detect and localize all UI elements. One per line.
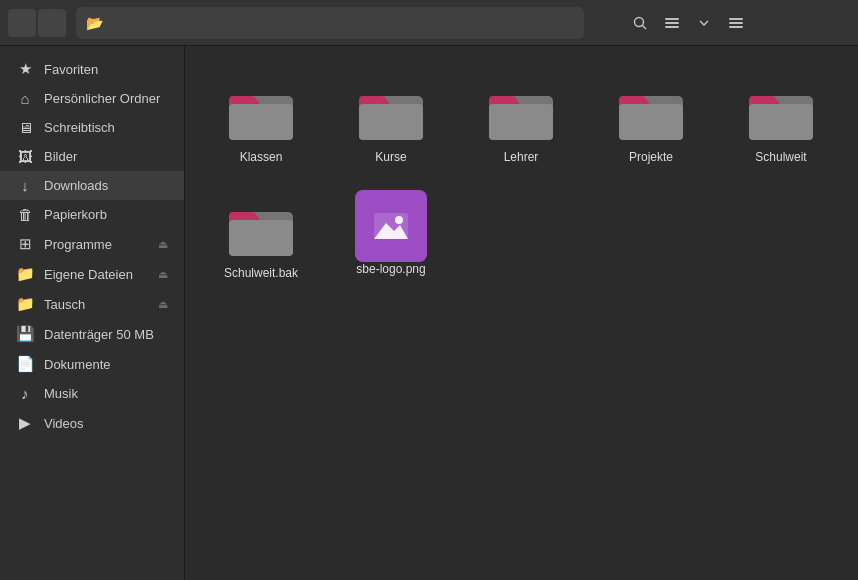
sidebar-eigene-dateien-label: Eigene Dateien bbox=[44, 267, 148, 282]
sidebar-downloads-label: Downloads bbox=[44, 178, 168, 193]
file-item-projekte[interactable]: Projekte bbox=[591, 66, 711, 172]
file-item-lehrer[interactable]: Lehrer bbox=[461, 66, 581, 172]
forward-button[interactable] bbox=[38, 9, 66, 37]
svg-line-1 bbox=[643, 25, 647, 29]
folder-icon: 📂 bbox=[86, 15, 103, 31]
sidebar-tausch-label: Tausch bbox=[44, 297, 148, 312]
view-list-icon bbox=[664, 15, 680, 31]
sidebar-item-tausch[interactable]: 📁Tausch⏏ bbox=[0, 289, 184, 319]
svg-rect-5 bbox=[729, 18, 743, 20]
search-button[interactable] bbox=[626, 9, 654, 37]
window-controls bbox=[762, 9, 850, 37]
chevron-down-icon bbox=[698, 17, 710, 29]
sidebar-programme-label: Programme bbox=[44, 237, 148, 252]
sidebar-item-eigene-dateien[interactable]: 📁Eigene Dateien⏏ bbox=[0, 259, 184, 289]
sidebar-item-dokumente[interactable]: 📄Dokumente bbox=[0, 349, 184, 379]
main-area: ★Favoriten⌂Persönlicher Ordner🖥Schreibti… bbox=[0, 46, 858, 580]
file-name-schulweit-bak: Schulweit.bak bbox=[224, 266, 298, 280]
file-icon-lehrer bbox=[485, 74, 557, 150]
sidebar-schreibtisch-label: Schreibtisch bbox=[44, 120, 168, 135]
close-button[interactable] bbox=[822, 9, 850, 37]
sidebar-programme-icon: ⊞ bbox=[16, 235, 34, 253]
sidebar-papierkorb-label: Papierkorb bbox=[44, 207, 168, 222]
sidebar-eigene-dateien-icon: 📁 bbox=[16, 265, 34, 283]
sidebar-item-bilder[interactable]: 🖼Bilder bbox=[0, 142, 184, 171]
svg-rect-3 bbox=[665, 22, 679, 24]
file-item-kurse[interactable]: Kurse bbox=[331, 66, 451, 172]
svg-rect-4 bbox=[665, 26, 679, 28]
sidebar-item-programme[interactable]: ⊞Programme⏏ bbox=[0, 229, 184, 259]
file-browser-content: Klassen Kurse Lehrer Projekte Schulweit … bbox=[185, 46, 858, 580]
breadcrumb[interactable]: 📂 bbox=[76, 7, 584, 39]
file-icon-sbe-logo bbox=[355, 190, 427, 262]
options-icon bbox=[728, 15, 744, 31]
sidebar-item-favoriten[interactable]: ★Favoriten bbox=[0, 54, 184, 84]
svg-rect-15 bbox=[619, 104, 683, 140]
maximize-button[interactable] bbox=[792, 9, 820, 37]
sidebar-dokumente-icon: 📄 bbox=[16, 355, 34, 373]
minimize-button[interactable] bbox=[762, 9, 790, 37]
sidebar-item-datentraeger[interactable]: 💾Datenträger 50 MB bbox=[0, 319, 184, 349]
menu-button[interactable] bbox=[594, 9, 622, 37]
sidebar-tausch-icon: 📁 bbox=[16, 295, 34, 313]
toolbar-actions bbox=[594, 9, 750, 37]
svg-rect-17 bbox=[749, 104, 813, 140]
file-grid: Klassen Kurse Lehrer Projekte Schulweit … bbox=[201, 66, 842, 288]
file-item-sbe-logo[interactable]: sbe-logo.png bbox=[331, 182, 451, 288]
sidebar-tausch-eject-icon[interactable]: ⏏ bbox=[158, 298, 168, 311]
svg-rect-2 bbox=[665, 18, 679, 20]
sidebar-item-musik[interactable]: ♪Musik bbox=[0, 379, 184, 408]
sidebar-item-persoenlicher-ordner[interactable]: ⌂Persönlicher Ordner bbox=[0, 84, 184, 113]
view-list-button[interactable] bbox=[658, 9, 686, 37]
sidebar-eigene-dateien-eject-icon[interactable]: ⏏ bbox=[158, 268, 168, 281]
file-icon-schulweit bbox=[745, 74, 817, 150]
sidebar-videos-icon: ▶ bbox=[16, 414, 34, 432]
file-icon-kurse bbox=[355, 74, 427, 150]
svg-point-22 bbox=[395, 216, 403, 224]
file-name-kurse: Kurse bbox=[375, 150, 406, 164]
file-name-klassen: Klassen bbox=[240, 150, 283, 164]
file-item-klassen[interactable]: Klassen bbox=[201, 66, 321, 172]
sidebar-papierkorb-icon: 🗑 bbox=[16, 206, 34, 223]
sidebar-schreibtisch-icon: 🖥 bbox=[16, 119, 34, 136]
file-name-lehrer: Lehrer bbox=[504, 150, 539, 164]
svg-point-0 bbox=[635, 17, 644, 26]
sidebar-item-videos[interactable]: ▶Videos bbox=[0, 408, 184, 438]
file-name-sbe-logo: sbe-logo.png bbox=[356, 262, 425, 276]
sidebar-item-papierkorb[interactable]: 🗑Papierkorb bbox=[0, 200, 184, 229]
sidebar-datentraeger-label: Datenträger 50 MB bbox=[44, 327, 168, 342]
sidebar-bilder-label: Bilder bbox=[44, 149, 168, 164]
svg-rect-6 bbox=[729, 22, 743, 24]
sidebar-programme-eject-icon[interactable]: ⏏ bbox=[158, 238, 168, 251]
file-icon-projekte bbox=[615, 74, 687, 150]
svg-rect-9 bbox=[229, 104, 293, 140]
svg-rect-13 bbox=[489, 104, 553, 140]
sidebar-favoriten-icon: ★ bbox=[16, 60, 34, 78]
sidebar-musik-label: Musik bbox=[44, 386, 168, 401]
sidebar-item-schreibtisch[interactable]: 🖥Schreibtisch bbox=[0, 113, 184, 142]
sidebar-videos-label: Videos bbox=[44, 416, 168, 431]
file-icon-klassen bbox=[225, 74, 297, 150]
back-button[interactable] bbox=[8, 9, 36, 37]
sidebar-musik-icon: ♪ bbox=[16, 385, 34, 402]
titlebar: 📂 bbox=[0, 0, 858, 46]
search-icon bbox=[632, 15, 648, 31]
view-options-button[interactable] bbox=[722, 9, 750, 37]
file-item-schulweit[interactable]: Schulweit bbox=[721, 66, 841, 172]
sidebar-dokumente-label: Dokumente bbox=[44, 357, 168, 372]
sidebar-item-downloads[interactable]: ↓Downloads bbox=[0, 171, 184, 200]
file-name-schulweit: Schulweit bbox=[755, 150, 806, 164]
file-item-schulweit-bak[interactable]: Schulweit.bak bbox=[201, 182, 321, 288]
file-name-projekte: Projekte bbox=[629, 150, 673, 164]
view-chevron-button[interactable] bbox=[690, 9, 718, 37]
sidebar-favoriten-label: Favoriten bbox=[44, 62, 168, 77]
sidebar-datentraeger-icon: 💾 bbox=[16, 325, 34, 343]
sidebar-bilder-icon: 🖼 bbox=[16, 148, 34, 165]
svg-rect-11 bbox=[359, 104, 423, 140]
sidebar-downloads-icon: ↓ bbox=[16, 177, 34, 194]
nav-buttons bbox=[8, 9, 66, 37]
svg-rect-19 bbox=[229, 220, 293, 256]
sidebar-persoenlicher-ordner-icon: ⌂ bbox=[16, 90, 34, 107]
sidebar: ★Favoriten⌂Persönlicher Ordner🖥Schreibti… bbox=[0, 46, 185, 580]
svg-rect-7 bbox=[729, 26, 743, 28]
